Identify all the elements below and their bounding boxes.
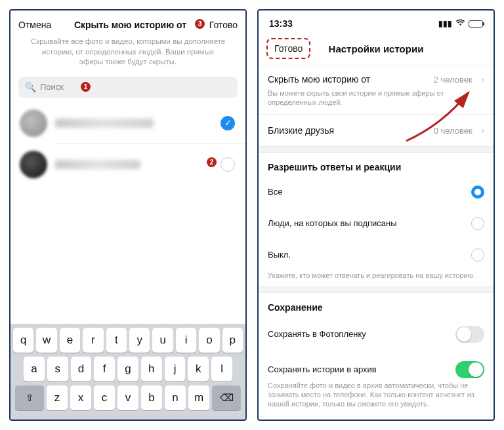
chevron-right-icon: › (481, 74, 484, 85)
radio-label: Выкл. (268, 250, 291, 260)
search-placeholder: Поиск (40, 82, 64, 92)
annotation-badge-1: 1 (81, 82, 91, 92)
user-row[interactable]: 2 (10, 144, 245, 185)
keyboard-key[interactable]: ⇧ (15, 385, 44, 410)
keyboard-key[interactable]: j (165, 357, 186, 381)
keyboard-key[interactable]: e (60, 328, 80, 353)
toggle-label: Сохранять истории в архив (268, 364, 377, 374)
section-hint: Сохраняйте фото и видео в архив автомати… (259, 381, 494, 416)
keyboard-key[interactable]: t (106, 328, 127, 353)
section-title-saving: Сохранение (259, 293, 494, 317)
user-name-blurred (55, 160, 140, 169)
done-button[interactable]: Готово (209, 20, 238, 30)
user-row[interactable]: ✓ (10, 103, 245, 144)
signal-icon: ▮▮▮ (438, 19, 452, 28)
keyboard-key[interactable]: o (199, 328, 219, 353)
keyboard-key[interactable]: n (165, 385, 186, 410)
row-value: 2 человек (434, 75, 472, 85)
keyboard-key[interactable]: m (188, 385, 209, 410)
phone-left: Отмена Скрыть мою историю от Готово 3 Ск… (9, 9, 247, 421)
row-hint: Вы можете скрыть свои истории и прямые э… (259, 88, 494, 114)
section-hint: Укажите, кто может отвечать и реагироват… (259, 271, 494, 286)
status-time: 13:33 (269, 18, 293, 29)
avatar (20, 109, 47, 137)
radio-selected-icon[interactable] (471, 186, 484, 199)
keyboard-key[interactable]: r (83, 328, 103, 353)
keyboard-key[interactable]: k (188, 357, 209, 381)
radio-row-following[interactable]: Люди, на которых вы подписаны (259, 208, 494, 239)
chevron-right-icon: › (481, 125, 484, 136)
row-label: Скрыть мою историю от (268, 74, 370, 85)
header: Отмена Скрыть мою историю от Готово 3 (10, 10, 245, 37)
user-name-blurred (55, 119, 154, 128)
keyboard: qwertyuiop asdfghjkl ⇧zxcvbnm⌫ (10, 324, 245, 420)
row-close-friends[interactable]: Близкие друзья 0 человек › (259, 114, 494, 146)
status-bar: 13:33 ▮▮▮ (259, 10, 494, 33)
search-icon: 🔍 (25, 82, 36, 92)
keyboard-key[interactable]: s (47, 357, 68, 381)
section-divider (259, 286, 494, 293)
radio-icon[interactable] (471, 217, 484, 230)
keyboard-key[interactable]: c (94, 385, 115, 410)
keyboard-key[interactable]: w (36, 328, 56, 353)
row-label: Близкие друзья (268, 125, 334, 136)
keyboard-key[interactable]: u (152, 328, 173, 353)
phone-right: 13:33 ▮▮▮ Готово Настройки истории Скрыт… (257, 9, 495, 421)
done-button-highlighted[interactable]: Готово (266, 38, 310, 59)
wifi-icon (455, 19, 465, 28)
toggle-row-camera-roll[interactable]: Сохранять в Фотопленку (259, 317, 494, 352)
keyboard-key[interactable]: x (70, 385, 91, 410)
checkmark-icon[interactable]: ✓ (220, 116, 235, 130)
page-title: Скрыть мою историю от (74, 20, 186, 30)
checkbox-empty[interactable] (220, 157, 235, 172)
keyboard-key[interactable]: v (117, 385, 138, 410)
toggle-on[interactable] (455, 361, 484, 378)
cancel-button[interactable]: Отмена (18, 20, 51, 30)
battery-icon (469, 20, 483, 28)
avatar (20, 151, 47, 178)
row-value: 0 человек (434, 126, 472, 136)
keyboard-key[interactable]: q (13, 328, 33, 353)
header-description: Скрывайте все фото и видео, которыми вы … (10, 37, 245, 77)
radio-label: Люди, на которых вы подписаны (268, 218, 397, 228)
nav-bar: Готово Настройки истории (259, 33, 494, 66)
search-input[interactable]: 🔍 Поиск 1 (18, 77, 238, 98)
annotation-badge-2: 2 (207, 157, 217, 167)
toggle-label: Сохранять в Фотопленку (268, 329, 366, 339)
radio-row-all[interactable]: Все (259, 176, 494, 208)
toggle-row-archive[interactable]: Сохранять истории в архив (259, 352, 494, 381)
keyboard-key[interactable]: a (24, 357, 45, 381)
keyboard-key[interactable]: l (211, 357, 232, 381)
section-divider (259, 146, 494, 153)
radio-icon[interactable] (471, 248, 484, 262)
radio-row-off[interactable]: Выкл. (259, 239, 494, 271)
keyboard-key[interactable]: y (129, 328, 150, 353)
annotation-badge-3: 3 (195, 19, 205, 29)
keyboard-key[interactable]: ⌫ (212, 385, 241, 410)
keyboard-key[interactable]: p (222, 328, 243, 353)
keyboard-key[interactable]: z (47, 385, 68, 410)
row-hide-story[interactable]: Скрыть мою историю от 2 человек › (259, 66, 494, 88)
keyboard-key[interactable]: f (94, 357, 115, 381)
section-title-replies: Разрешить ответы и реакции (259, 153, 494, 176)
keyboard-key[interactable]: d (71, 357, 92, 381)
keyboard-key[interactable]: g (117, 357, 138, 381)
radio-label: Все (268, 187, 282, 197)
toggle-off[interactable] (455, 326, 484, 343)
keyboard-key[interactable]: i (176, 328, 196, 353)
keyboard-key[interactable]: b (141, 385, 162, 410)
keyboard-key[interactable]: h (141, 357, 162, 381)
